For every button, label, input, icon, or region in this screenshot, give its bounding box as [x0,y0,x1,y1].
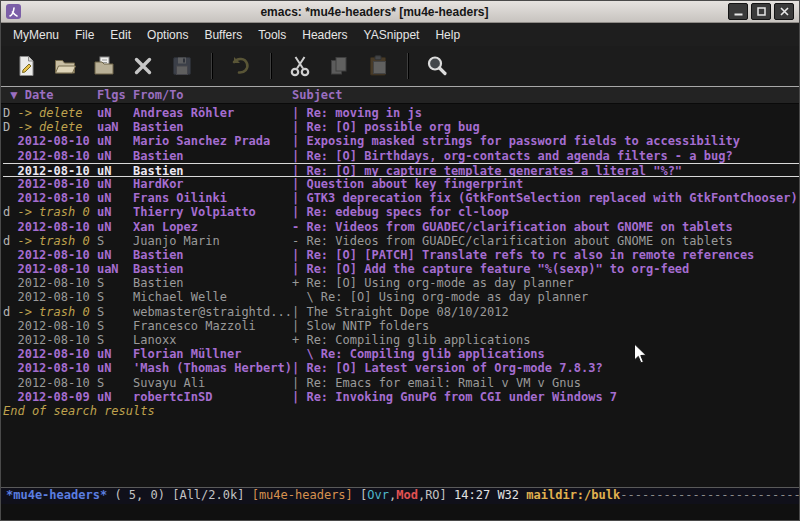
message-row[interactable]: d-> trash 0Swebmaster@straightd...| The … [3,305,799,319]
message-from: webmaster@straightd... [133,305,292,319]
message-flags: uN [97,191,133,205]
message-subject: \ Re: [O] Using org-mode as day planner [292,290,799,304]
message-row[interactable]: 2012-08-10uNFlorian Müllner \ Re: Compil… [3,347,799,361]
message-row[interactable]: 2012-08-10uNBastien| Re: [O] [PATCH] Tra… [3,248,799,262]
message-subject: | Re: moving in js [292,106,799,120]
search-button[interactable] [422,51,452,81]
message-from: Mario Sanchez Prada [133,134,292,148]
close-button[interactable] [774,3,794,20]
message-date: 2012-08-10 [17,319,96,333]
modeline-segment: 14:27 W32 [454,488,526,502]
message-subject: | The Straight Dope 08/10/2012 [292,305,799,319]
message-row[interactable]: 2012-08-09uNrobertcInSD| Re: Invoking Gn… [3,390,799,404]
maximize-button[interactable] [751,3,771,20]
message-subject: | Re: [O] possible org bug [292,120,799,134]
column-header-flags[interactable]: Flgs [97,87,133,103]
menu-item-file[interactable]: File [67,25,102,45]
column-header-date[interactable]: ▼ Date [3,87,97,103]
open-file-button[interactable] [50,51,80,81]
menu-item-tools[interactable]: Tools [250,25,294,45]
minimize-button[interactable] [728,3,748,20]
message-date: 2012-08-09 [17,390,96,404]
mark-char: D [3,120,17,134]
message-date: 2012-08-10 [17,347,96,361]
message-flags: uN [97,361,133,375]
message-from: 'Mash (Thomas Herbert) [133,361,292,375]
message-row[interactable]: 2012-08-10uaNBastien| Re: [O] Add the ca… [3,262,799,276]
end-of-results-text: End of search results [3,404,799,418]
modeline-segment: ( 5, 0) [107,488,172,502]
message-from: Bastien [133,149,292,163]
message-row[interactable]: D-> deleteuaNBastien| Re: [O] possible o… [3,120,799,134]
menu-item-buffers[interactable]: Buffers [196,25,250,45]
message-row[interactable]: 2012-08-10SFrancesco Mazzoli| Slow NNTP … [3,319,799,333]
menu-item-yasnippet[interactable]: YASnippet [356,25,428,45]
message-subject: | Re: Invoking GnuPG from CGI under Wind… [292,390,799,404]
new-file-button[interactable] [11,51,41,81]
message-row[interactable]: 2012-08-10SSuvayu Ali| Re: Emacs for ema… [3,376,799,390]
new-file-icon [14,54,38,78]
mark-char [3,361,17,375]
message-subject: + Re: [O] Using org-mode as day planner [292,276,799,290]
message-row[interactable]: 2012-08-10uN'Mash (Thomas Herbert)| Re: … [3,361,799,375]
message-row[interactable]: 2012-08-10SMichael Welle \ Re: [O] Using… [3,290,799,304]
close-icon [780,7,789,16]
message-flags: uN [97,347,133,361]
menu-item-edit[interactable]: Edit [102,25,139,45]
modeline-segment: [All/2.0k] [172,488,251,502]
tool-bar [1,46,799,87]
mark-action: -> delete [17,120,96,134]
message-row[interactable]: 2012-08-10uNXan Lopez- Re: Videos from G… [3,220,799,234]
column-header-from[interactable]: From/To [133,87,292,103]
message-row[interactable]: D-> deleteuNAndreas Röhler| Re: moving i… [3,106,799,120]
message-row[interactable]: 2012-08-10uNBastien| Re: [O] Birthdays, … [3,149,799,163]
message-flags: S [97,305,133,319]
titlebar[interactable]: emacs: *mu4e-headers* [mu4e-headers] [1,1,799,23]
message-from: Thierry Volpiatto [133,205,292,219]
message-date: 2012-08-10 [17,361,96,375]
message-flags: uN [97,248,133,262]
message-date: 2012-08-10 [17,164,96,176]
message-date: 2012-08-10 [17,333,96,347]
message-row[interactable]: 2012-08-10SBastien+ Re: [O] Using org-mo… [3,276,799,290]
cut-button[interactable] [285,51,315,81]
maximize-icon [757,7,766,16]
dired-button[interactable] [89,51,119,81]
message-flags: uN [97,220,133,234]
message-date: 2012-08-10 [17,276,96,290]
menu-item-headers[interactable]: Headers [294,25,355,45]
save-buffer-button [167,51,197,81]
message-row[interactable]: d-> trash 0SJuanjo Marin- Re: Videos fro… [3,234,799,248]
message-from: Frans Oilinki [133,191,292,205]
message-row[interactable]: 2012-08-10SLanoxx+ Re: Compiling glib ap… [3,333,799,347]
message-row[interactable]: 2012-08-10uNHardKor| Question about key … [3,177,799,191]
message-row[interactable]: 2012-08-10uNMario Sanchez Prada| Exposin… [3,134,799,148]
mark-char: d [3,305,17,319]
message-row[interactable]: 2012-08-10uNFrans Oilinki| GTK3 deprecat… [3,191,799,205]
message-subject: | Question about key fingerprint [292,177,799,191]
mark-char [3,134,17,148]
copy-button [324,51,354,81]
copy-icon [327,54,351,78]
mark-char [3,333,17,347]
message-row[interactable]: 2012-08-10uNBastien| Re: [O] my capture … [3,163,799,177]
mark-action: -> trash 0 [17,205,96,219]
message-flags: uN [97,149,133,163]
message-subject: | Re: Emacs for email: Rmail v VM v Gnus [292,376,799,390]
column-header-subject[interactable]: Subject [292,87,799,103]
mark-char [3,319,17,333]
message-from: Florian Müllner [133,347,292,361]
mark-char [3,376,17,390]
menu-item-help[interactable]: Help [427,25,468,45]
message-subject: | Re: [O] my capture template generates … [292,164,799,176]
kill-buffer-button[interactable] [128,51,158,81]
menu-item-mymenu[interactable]: MyMenu [5,25,67,45]
message-row[interactable]: d-> trash 0uNThierry Volpiatto| Re: edeb… [3,205,799,219]
message-flags: uN [97,134,133,148]
modeline-segment: ----------------------------------------… [620,488,799,502]
message-date: 2012-08-10 [17,191,96,205]
menu-item-options[interactable]: Options [139,25,196,45]
save-buffer-icon [170,54,194,78]
toolbar-separator [211,53,212,79]
mode-line[interactable]: *mu4e-headers* ( 5, 0) [All/2.0k] [mu4e-… [1,487,799,504]
